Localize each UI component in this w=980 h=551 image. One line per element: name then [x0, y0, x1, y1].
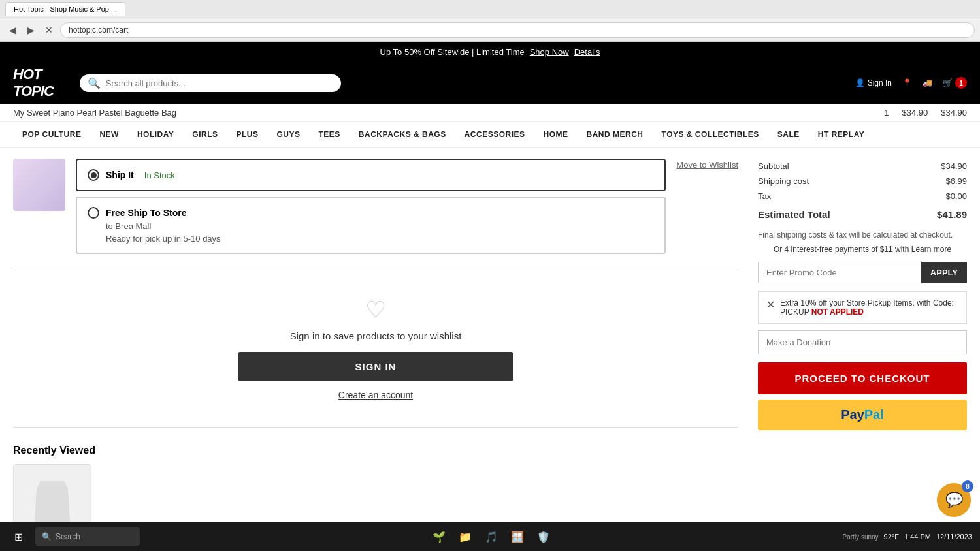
search-bar[interactable]: 🔍	[80, 74, 341, 92]
nav-band-merch[interactable]: BAND MERCH	[578, 122, 653, 147]
cart-section: Ship It In Stock Free Ship To Store to B…	[13, 159, 758, 529]
chat-icon: 💬	[945, 492, 963, 509]
chat-badge: 8	[962, 480, 973, 492]
free-ship-option[interactable]: Free Ship To Store to Brea Mall Ready fo…	[76, 197, 666, 254]
address-bar[interactable]: hottopic.com/cart	[60, 22, 975, 38]
ship-it-option[interactable]: Ship It In Stock	[76, 159, 666, 191]
taskbar-right: Partly sunny 92°F 1:44 PM 12/11/2023	[843, 533, 972, 541]
sign-in-button[interactable]: 👤 Sign In	[855, 78, 892, 87]
weather-desc: Partly sunny	[843, 533, 879, 541]
nav-sale[interactable]: SALE	[768, 122, 809, 147]
shipping-button[interactable]: 🚚	[923, 78, 932, 87]
tax-row: Tax $0.00	[758, 189, 967, 204]
nav-holiday[interactable]: HOLIDAY	[128, 122, 183, 147]
not-applied-badge: NOT APPLIED	[811, 307, 864, 317]
item-thumbnail	[13, 159, 65, 211]
taskbar-icon-4[interactable]: 🪟	[507, 526, 528, 547]
recently-viewed-section: Recently Viewed	[13, 438, 738, 529]
checkout-button[interactable]: PROCEED TO CHECKOUT	[758, 362, 967, 394]
sign-in-button-cart[interactable]: SIGN IN	[238, 352, 513, 381]
forward-button[interactable]: ▶	[24, 23, 38, 37]
back-button[interactable]: ◀	[5, 23, 20, 37]
wishlist-prompt: Sign in to save products to your wishlis…	[13, 330, 738, 341]
nav-guys[interactable]: GUYS	[268, 122, 310, 147]
refresh-button[interactable]: ✕	[42, 23, 56, 37]
taskbar-icon-1[interactable]: 🌱	[429, 526, 449, 547]
start-button[interactable]: ⊞	[8, 526, 29, 547]
promo-input[interactable]	[758, 262, 921, 283]
nav-home[interactable]: HOME	[534, 122, 578, 147]
nav-backpacks[interactable]: BACKPACKS & BAGS	[350, 122, 455, 147]
main-nav: POP CULTURE NEW HOLIDAY GIRLS PLUS GUYS …	[0, 122, 980, 148]
shipping-label: Shipping cost	[758, 176, 809, 186]
taskbar-icon-2[interactable]: 📁	[455, 526, 476, 547]
taskbar-icon-3[interactable]: 🎵	[481, 526, 502, 547]
ship-it-status: In Stock	[144, 170, 175, 180]
shop-now-link[interactable]: Shop Now	[530, 47, 569, 57]
nav-toys[interactable]: TOYS & COLLECTIBLES	[653, 122, 768, 147]
site-header: HOT TOPIC 🔍 👤 Sign In 📍 🚚 🛒 1	[0, 62, 980, 104]
taskbar-icon-5[interactable]: 🛡️	[533, 526, 554, 547]
ship-it-label: Ship It	[106, 170, 134, 180]
recent-item-1[interactable]	[13, 464, 91, 523]
logo-line1: HOT	[13, 66, 41, 83]
create-account-link[interactable]: Create an account	[338, 390, 413, 400]
cart-badge: 1	[955, 77, 967, 89]
promo-alert-text: Extra 10% off your Store Pickup Items. w…	[780, 298, 954, 317]
nav-accessories[interactable]: ACCESSORIES	[455, 122, 534, 147]
recently-viewed-title: Recently Viewed	[13, 445, 738, 456]
paypal-icon: Pay	[841, 407, 864, 422]
paypal-icon-2: Pal	[864, 407, 884, 422]
top-banner: Up To 50% Off Sitewide | Limited Time Sh…	[0, 42, 980, 62]
free-ship-radio[interactable]	[88, 207, 99, 219]
total-value: $41.89	[937, 209, 967, 220]
order-summary: Subtotal $34.90 Shipping cost $6.99 Tax …	[758, 159, 967, 529]
apply-button[interactable]: APPLY	[921, 262, 967, 283]
cart-button[interactable]: 🛒 1	[943, 77, 967, 89]
learn-more-link[interactable]: Learn more	[911, 245, 951, 254]
details-link[interactable]: Details	[574, 47, 600, 57]
header-icons: 👤 Sign In 📍 🚚 🛒 1	[855, 77, 967, 89]
recent-item-image	[14, 465, 91, 522]
nav-plus[interactable]: PLUS	[227, 122, 267, 147]
nav-pop-culture[interactable]: POP CULTURE	[13, 122, 90, 147]
nav-ht-replay[interactable]: HT REPLAY	[809, 122, 874, 147]
nav-tees[interactable]: TEES	[310, 122, 350, 147]
paypal-button[interactable]: PayPal	[758, 400, 967, 430]
bag-shape	[33, 477, 72, 522]
ship-it-radio[interactable]	[88, 169, 99, 181]
free-ship-label: Free Ship To Store	[106, 208, 186, 218]
browser-tabs: Hot Topic - Shop Music & Pop ...	[0, 0, 980, 18]
taskbar: ⊞ 🔍 Search 🌱 📁 🎵 🪟 🛡️ Partly sunny 92°F …	[0, 522, 980, 551]
taskbar-time: 1:44 PM	[904, 533, 931, 541]
subtotal-value: $34.90	[941, 161, 967, 171]
taskbar-search[interactable]: 🔍 Search	[35, 527, 140, 546]
taskbar-left: ⊞ 🔍 Search	[8, 526, 140, 547]
nav-girls[interactable]: GIRLS	[183, 122, 227, 147]
active-tab[interactable]: Hot Topic - Shop Music & Pop ...	[5, 2, 125, 16]
location-button[interactable]: 📍	[902, 78, 912, 87]
product-bar: My Sweet Piano Pearl Pastel Baguette Bag…	[0, 104, 980, 122]
user-icon: 👤	[855, 78, 865, 87]
move-to-wishlist-link[interactable]: Move to Wishlist	[676, 160, 738, 170]
chat-widget[interactable]: 💬 8	[937, 483, 971, 517]
total-label: Estimated Total	[758, 209, 830, 220]
free-ship-to: to Brea Mall	[88, 221, 654, 231]
site-logo[interactable]: HOT TOPIC	[13, 66, 54, 100]
tax-label: Tax	[758, 191, 771, 201]
weather-temp: 92°F	[884, 533, 899, 541]
free-ship-ready: Ready for pick up in 5-10 days	[88, 234, 654, 244]
search-input[interactable]	[106, 78, 333, 88]
donation-input[interactable]	[758, 330, 967, 354]
installment-row: Or 4 interest-free payments of $11 with …	[758, 245, 967, 254]
site-container: Up To 50% Off Sitewide | Limited Time Sh…	[0, 42, 980, 540]
taskbar-search-label: Search	[56, 532, 80, 541]
truck-icon: 🚚	[923, 78, 932, 87]
close-alert-button[interactable]: ✕	[766, 298, 775, 311]
promo-alert-content: Extra 10% off your Store Pickup Items. w…	[780, 298, 958, 317]
nav-new[interactable]: NEW	[90, 122, 128, 147]
subtotal-label: Subtotal	[758, 161, 789, 171]
line-total: $34.90	[941, 108, 967, 118]
unit-price: $34.90	[902, 108, 928, 118]
logo-line2: TOPIC	[13, 83, 54, 100]
